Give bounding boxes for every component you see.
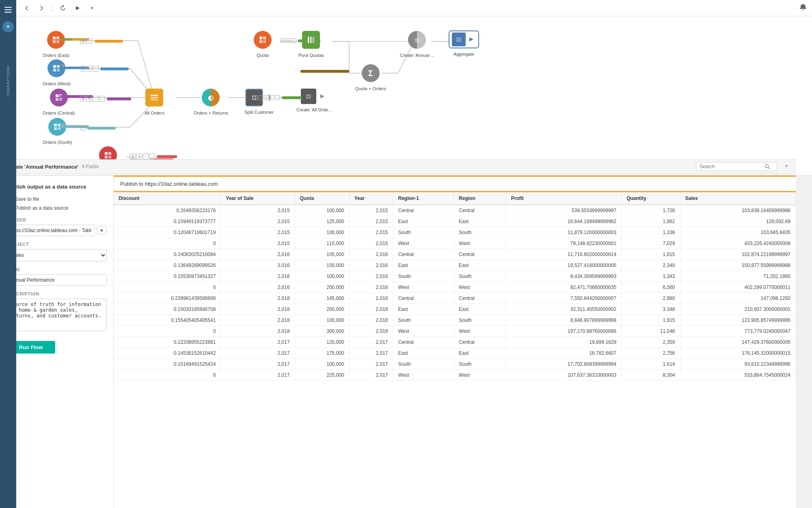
sidebar-add-icon[interactable]: + [2,21,14,33]
table-cell: 0.14538152610442 [114,348,221,359]
table-cell: 100,000 [295,227,349,238]
node-orders-central[interactable]: Orders (Central) [43,89,75,115]
table-row: 02,017225,0002,017WestWest107,637.363100… [114,370,796,381]
table-cell: 17,702.808399999994 [506,359,621,370]
server-dropdown[interactable]: ▼ [97,226,107,235]
svg-rect-52 [259,40,262,43]
node-quota-orders[interactable]: ◎ Create 'Annual ... [400,31,434,58]
table-cell: 105,000 [295,249,349,260]
table-cell: South [393,315,454,326]
panel-title: Create 'Annual Performance' [6,164,78,170]
forward-button[interactable] [36,2,47,14]
table-cell: 210,937.3000000001 [680,304,795,315]
table-cell: 2,015 [221,227,295,238]
node-pivot-quotas[interactable]: Pivot Quotas [298,31,324,58]
description-textarea[interactable]: Source of truth for information on home … [6,299,107,331]
table-row: 02,018300,0002,018WestWest197,170.887600… [114,326,796,337]
table-cell: Central [393,337,454,348]
node-orders-east[interactable]: Orders (East) [43,31,69,58]
run-dropdown-button[interactable] [86,2,98,14]
node-orders-west[interactable]: ⊡ Orders (West) [43,59,71,86]
data-table: Discount Year of Sale Quota Year Region-… [114,192,796,381]
svg-rect-44 [108,156,111,158]
table-cell: 2,016 [349,282,393,293]
server-input[interactable] [6,225,95,236]
col-header-quota[interactable]: Quota [295,192,349,205]
col-header-region[interactable]: Region [454,192,506,205]
table-cell: 147,429.37600000005 [680,337,795,348]
table-cell: South [393,359,454,370]
bell-icon [799,3,807,13]
table-row: 0.222089552238812,017120,0002,017Central… [114,337,796,348]
svg-rect-42 [108,152,111,155]
sidebar: + Connections [0,0,16,508]
svg-rect-50 [259,37,262,39]
table-cell: 107,637.36310000003 [506,370,621,381]
radio-publish-datasource[interactable]: Publish as a data source [6,205,107,211]
table-cell: 2,015 [221,238,295,249]
table-cell: South [393,271,454,282]
svg-rect-0 [4,7,12,8]
search-input[interactable] [700,164,764,169]
col-header-year-of-sale[interactable]: Year of Sale [221,192,295,205]
node-quota[interactable]: Quota [254,31,272,58]
svg-marker-57 [469,37,473,41]
table-cell: 2,018 [349,326,393,337]
panel-expand-button[interactable] [784,163,789,170]
table-cell: 2,015 [349,238,393,249]
table-body: 0.26493562231762,015100,0002,015CentralC… [114,205,796,381]
table-cell: 3,348 [622,304,680,315]
table-cell: Central [454,337,506,348]
node-all-orders[interactable]: All Orders [145,89,164,115]
node-orders-returns[interactable]: ◐ Orders + Returns [194,89,228,115]
publish-url-text: Publish to https://10az.online.tableau.c… [120,181,218,187]
svg-rect-41 [105,152,108,155]
project-select[interactable]: Sales [6,249,107,261]
table-cell: 8,848.907899999998 [506,315,621,326]
table-cell: 2,017 [221,370,295,381]
data-table-wrapper[interactable]: Discount Year of Sale Quota Year Region-… [114,192,796,508]
table-cell: West [393,238,454,249]
table-row: 0.150331858407082,018200,0002,018EastEas… [114,304,796,315]
sidebar-expand-icon[interactable] [0,2,16,18]
table-cell: South [454,271,506,282]
table-cell: 0.24063025210084 [114,249,221,260]
svg-rect-27 [53,40,56,43]
refresh-button[interactable] [57,2,69,14]
svg-rect-33 [56,94,58,97]
col-header-region-1[interactable]: Region-1 [393,192,454,205]
col-header-discount[interactable]: Discount [114,192,221,205]
radio-save-to-file[interactable]: Save to file [6,196,107,202]
node-aggregate[interactable]: Σ Quota + Orders [355,64,386,91]
table-cell: 1,815 [622,249,680,260]
table-header-row: Discount Year of Sale Quota Year Region-… [114,192,796,205]
table-cell: 2,016 [349,260,393,271]
col-header-sales[interactable]: Sales [680,192,795,205]
node-create-annual[interactable]: ⊡ Aggregate [449,30,479,56]
table-cell: 1,915 [622,315,680,326]
node-split-customer[interactable]: ⊡ Split Customer [244,89,274,115]
node-orders-south[interactable]: Orders (South) [43,118,72,145]
table-cell: 115,000 [295,238,349,249]
back-button[interactable] [21,2,32,14]
run-button[interactable] [72,2,83,14]
toolbar [16,0,812,16]
table-cell: Central [393,249,454,260]
table-cell: 2,018 [349,315,393,326]
table-cell: 100,000 [295,315,349,326]
col-header-quantity[interactable]: Quantity [622,192,680,205]
table-cell: 2,018 [221,315,295,326]
table-cell: 773,779.0240000047 [680,326,795,337]
table-cell: 2,018 [221,326,295,337]
col-header-profit[interactable]: Profit [506,192,621,205]
name-input[interactable] [6,274,107,286]
table-cell: 147,098.1282 [680,293,795,304]
col-header-year[interactable]: Year [349,192,393,205]
table-cell: 0.15949119373777 [114,216,221,227]
table-cell: 0.239961439588689 [114,293,221,304]
svg-rect-39 [54,127,57,130]
table-cell: 100,000 [295,271,349,282]
server-label: Server [6,217,107,222]
svg-rect-30 [57,65,60,68]
svg-rect-51 [263,37,266,39]
